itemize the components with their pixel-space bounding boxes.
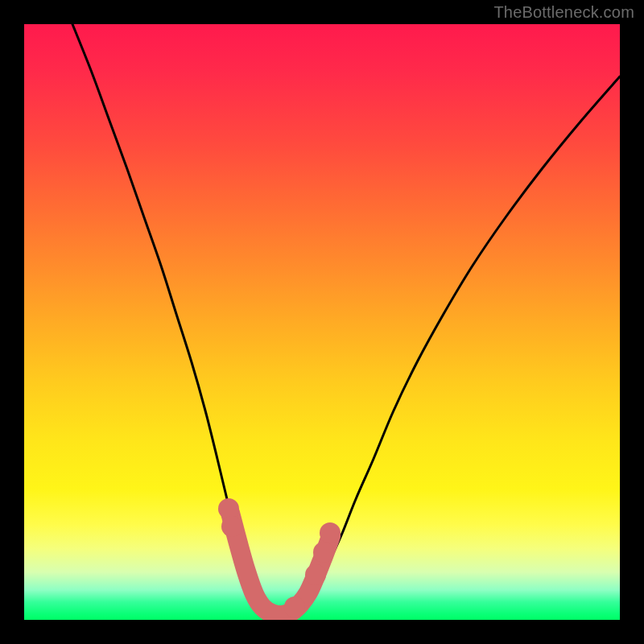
marker-fill — [230, 513, 331, 615]
chart-frame: TheBottleneck.com — [0, 0, 644, 644]
marker-dot — [313, 542, 334, 563]
marker-dot — [305, 564, 326, 585]
marker-dot — [284, 597, 305, 617]
marker-dot — [218, 498, 239, 519]
marker-dot — [221, 516, 242, 537]
marker-dot — [320, 522, 341, 543]
bottleneck-curve — [72, 24, 620, 617]
plot-area — [24, 24, 620, 620]
watermark-label: TheBottleneck.com — [493, 3, 634, 22]
curve-layer — [24, 24, 620, 620]
